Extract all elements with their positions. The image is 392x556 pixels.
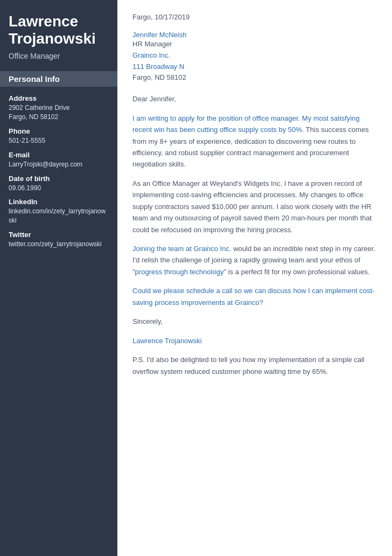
paragraph-2: As an Office Manager at Weyland's Widget… (132, 178, 377, 235)
signature: Lawrence Trojanowski (132, 335, 377, 346)
closing: Sincerely, (132, 316, 377, 327)
recipient-address: 111 Broadway N (132, 61, 377, 73)
personal-info-header: Personal Info (0, 71, 117, 87)
letter-body: Dear Jennifer, I am writing to apply for… (132, 93, 377, 377)
linkedin-label: LinkedIn (9, 198, 109, 206)
sidebar: Lawrence Trojanowski Office Manager Pers… (0, 0, 117, 556)
twitter-label: Twitter (9, 231, 109, 239)
address-label: Address (9, 94, 109, 102)
phone-label: Phone (9, 127, 109, 135)
dob-label: Date of birth (9, 175, 109, 183)
paragraph-1: I am writing to apply for the position o… (132, 113, 377, 170)
date-location: Fargo, 10/17/2019 (132, 13, 377, 21)
linkedin-value: linkedin.com/in/zety_larrytrojanowski (9, 207, 109, 225)
email-value: LarryTrojski@dayrep.com (9, 160, 109, 169)
paragraph-4: Could we please schedule a call so we ca… (132, 285, 377, 308)
recipient-title: HR Manager (132, 39, 377, 50)
phone-value: 501-21-5555 (9, 136, 109, 145)
salutation: Dear Jennifer, (132, 93, 377, 105)
address-value: 2902 Catherine Drive Fargo, ND 58102 (9, 103, 109, 122)
dob-value: 09.06.1990 (9, 184, 109, 193)
main-content: Fargo, 10/17/2019 Jennifer McNeish HR Ma… (117, 0, 392, 556)
candidate-title: Office Manager (9, 52, 109, 60)
candidate-name: Lawrence Trojanowski (9, 13, 109, 47)
recipient-block: Jennifer McNeish HR Manager Grainco Inc.… (132, 31, 377, 84)
paragraph-3: Joining the team at Grainco Inc. would b… (132, 243, 377, 277)
email-label: E-mail (9, 151, 109, 159)
recipient-company: Grainco Inc. (132, 50, 377, 61)
recipient-city: Fargo, ND 58102 (132, 72, 377, 84)
twitter-value: twitter.com/zety_larrytrojanowski (9, 240, 109, 249)
recipient-name: Jennifer McNeish (132, 31, 377, 39)
ps-block: P.S. I'd also be delighted to tell you h… (132, 354, 377, 377)
